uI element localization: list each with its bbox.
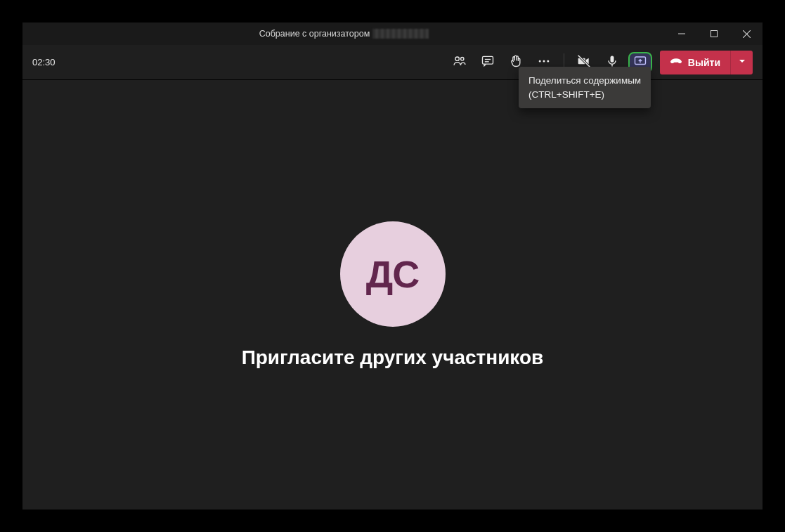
meeting-stage: ДС Пригласите других участников [22,80,763,510]
svg-rect-1 [711,31,718,37]
svg-rect-14 [610,56,614,62]
chevron-down-icon [738,57,746,67]
people-icon [453,54,467,71]
titlebar: Собрание с организатором [22,22,763,45]
maximize-button[interactable] [698,22,730,45]
tooltip-line2: (CTRL+SHIFT+E) [528,88,641,102]
avatar-initials: ДС [366,252,419,296]
svg-point-4 [455,57,459,60]
participants-button[interactable] [446,48,474,77]
meeting-timer: 02:30 [32,57,56,67]
window-controls [666,22,763,45]
tooltip-line1: Поделиться содержимым [528,74,641,88]
window-title: Собрание с организатором [22,29,666,39]
svg-rect-6 [482,56,493,64]
leave-label: Выйти [688,57,720,68]
svg-point-11 [547,60,549,62]
svg-point-9 [539,60,541,62]
svg-point-10 [543,60,545,62]
svg-point-5 [460,57,463,60]
invite-participants-text: Пригласите других участников [242,346,544,369]
close-button[interactable] [730,22,763,45]
minimize-button[interactable] [666,22,698,45]
leave-button[interactable]: Выйти [660,51,730,74]
title-organizer-redacted [372,29,429,39]
leave-button-group: Выйти [660,51,753,74]
leave-options-button[interactable] [730,51,753,74]
meeting-window: Собрание с организатором 02:30 [22,22,763,510]
hangup-icon [670,55,682,70]
chat-icon [481,54,495,71]
chat-button[interactable] [474,48,502,77]
meeting-toolbar: 02:30 [22,45,763,80]
share-tooltip: Поделиться содержимым (CTRL+SHIFT+E) [519,67,651,108]
avatar: ДС [340,221,446,327]
title-prefix: Собрание с организатором [259,29,370,39]
